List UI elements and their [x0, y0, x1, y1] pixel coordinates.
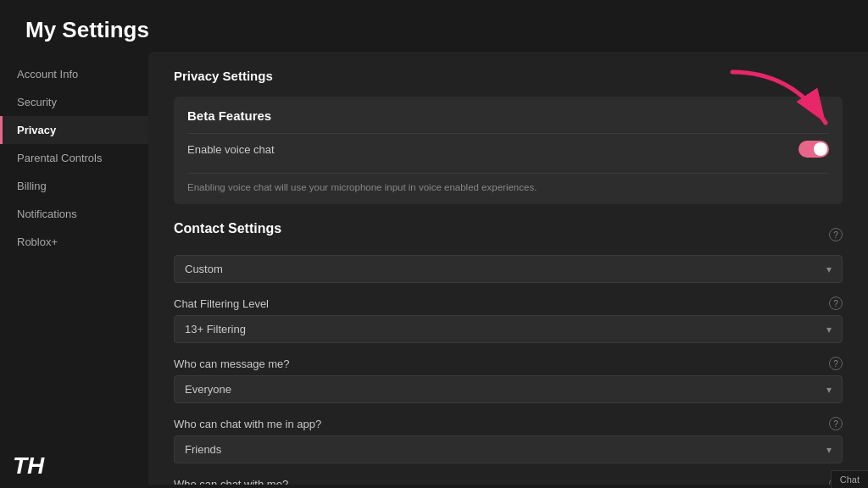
contact-dropdown-value: Custom — [185, 263, 223, 275]
voice-chat-label: Enable voice chat — [187, 143, 275, 156]
content-area: Privacy Settings Beta Features Enable vo… — [148, 52, 868, 485]
who-can-chat-section: Who can chat with me? ? Everyone ▾ — [174, 477, 843, 485]
who-can-chat-app-header: Who can chat with me in app? ? — [174, 417, 843, 430]
chat-badge[interactable]: Chat — [831, 470, 868, 488]
contact-settings-section: Contact Settings ? Custom ▾ — [174, 221, 843, 283]
who-can-chat-label: Who can chat with me? — [174, 478, 288, 485]
who-can-message-dropdown[interactable]: Everyone ▾ — [174, 375, 843, 403]
contact-settings-dropdown[interactable]: Custom ▾ — [174, 255, 843, 283]
contact-dropdown-chevron-icon: ▾ — [826, 263, 832, 275]
voice-chat-row: Enable voice chat — [187, 133, 829, 164]
page-title-area: My Settings — [0, 0, 868, 52]
sidebar-item-privacy[interactable]: Privacy — [0, 116, 148, 144]
contact-settings-header: Contact Settings ? — [174, 221, 843, 248]
sidebar-item-notifications[interactable]: Notifications — [0, 200, 148, 228]
who-can-message-value: Everyone — [185, 383, 231, 396]
sidebar-item-security[interactable]: Security — [0, 88, 148, 116]
who-can-chat-app-chevron-icon: ▾ — [826, 444, 832, 456]
chat-filtering-section: Chat Filtering Level ? 13+ Filtering ▾ — [174, 297, 843, 343]
who-can-chat-app-label: Who can chat with me in app? — [174, 418, 321, 430]
main-layout: Account Info Security Privacy Parental C… — [0, 52, 868, 485]
who-can-chat-header: Who can chat with me? ? — [174, 477, 843, 485]
who-can-message-help-icon[interactable]: ? — [829, 357, 843, 370]
sidebar-item-roblox-plus[interactable]: Roblox+ — [0, 228, 148, 256]
chat-filtering-value: 13+ Filtering — [185, 323, 246, 336]
sidebar: Account Info Security Privacy Parental C… — [0, 52, 148, 485]
beta-features-title: Beta Features — [187, 108, 829, 123]
watermark: TH — [13, 452, 44, 480]
toggle-knob — [814, 142, 827, 156]
chat-filtering-chevron-icon: ▾ — [826, 324, 832, 336]
who-can-chat-app-section: Who can chat with me in app? ? Friends ▾ — [174, 417, 843, 463]
privacy-settings-title: Privacy Settings — [174, 69, 843, 83]
who-can-chat-app-dropdown[interactable]: Friends ▾ — [174, 435, 843, 463]
sidebar-item-account-info[interactable]: Account Info — [0, 60, 148, 88]
voice-chat-description: Enabling voice chat will use your microp… — [187, 173, 829, 192]
who-can-chat-app-help-icon[interactable]: ? — [829, 417, 843, 430]
who-can-message-header: Who can message me? ? — [174, 357, 843, 370]
contact-settings-help-icon[interactable]: ? — [829, 228, 843, 241]
chat-filtering-dropdown[interactable]: 13+ Filtering ▾ — [174, 315, 843, 343]
who-can-message-label: Who can message me? — [174, 358, 290, 370]
chat-filtering-header: Chat Filtering Level ? — [174, 297, 843, 310]
chat-filtering-label: Chat Filtering Level — [174, 297, 269, 310]
beta-features-box: Beta Features Enable voice chat Enabling… — [174, 97, 843, 204]
chat-filtering-help-icon[interactable]: ? — [829, 297, 843, 310]
page-title: My Settings — [25, 17, 843, 43]
sidebar-item-billing[interactable]: Billing — [0, 172, 148, 200]
who-can-chat-app-value: Friends — [185, 443, 221, 456]
who-can-message-chevron-icon: ▾ — [826, 384, 832, 396]
who-can-message-section: Who can message me? ? Everyone ▾ — [174, 357, 843, 403]
sidebar-item-parental-controls[interactable]: Parental Controls — [0, 144, 148, 172]
contact-settings-title: Contact Settings — [174, 221, 281, 236]
voice-chat-toggle[interactable] — [798, 141, 829, 158]
